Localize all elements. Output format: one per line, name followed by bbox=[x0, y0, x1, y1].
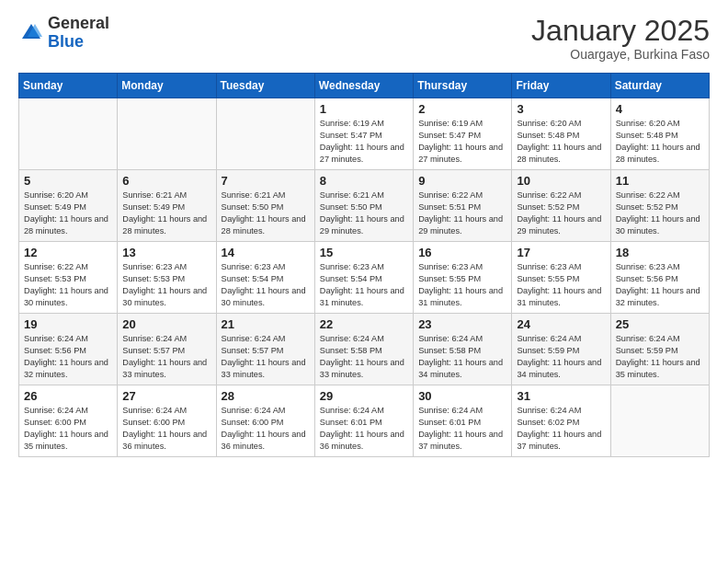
day-info: Sunrise: 6:24 AMSunset: 6:02 PMDaylight:… bbox=[517, 405, 605, 453]
col-thursday: Thursday bbox=[414, 74, 512, 98]
day-cell-w4-d1: 19 Sunrise: 6:24 AMSunset: 5:56 PMDaylig… bbox=[19, 314, 118, 385]
day-number: 25 bbox=[616, 317, 704, 331]
day-number: 12 bbox=[24, 246, 112, 259]
day-cell-w5-d5: 30 Sunrise: 6:24 AMSunset: 6:01 PMDaylig… bbox=[414, 385, 512, 457]
day-cell-w1-d6: 3 Sunrise: 6:20 AMSunset: 5:48 PMDayligh… bbox=[512, 98, 610, 170]
day-number: 10 bbox=[517, 174, 605, 188]
day-cell-w1-d5: 2 Sunrise: 6:19 AMSunset: 5:47 PMDayligh… bbox=[414, 98, 512, 170]
day-cell-w4-d3: 21 Sunrise: 6:24 AMSunset: 5:57 PMDaylig… bbox=[216, 314, 314, 385]
calendar-header-row: Sunday Monday Tuesday Wednesday Thursday… bbox=[19, 74, 710, 98]
day-info: Sunrise: 6:24 AMSunset: 5:59 PMDaylight:… bbox=[517, 333, 605, 381]
day-cell-w5-d2: 27 Sunrise: 6:24 AMSunset: 6:00 PMDaylig… bbox=[118, 385, 216, 457]
day-number: 26 bbox=[24, 389, 112, 403]
day-cell-w1-d7: 4 Sunrise: 6:20 AMSunset: 5:48 PMDayligh… bbox=[610, 98, 709, 170]
day-info: Sunrise: 6:21 AMSunset: 5:49 PMDaylight:… bbox=[122, 190, 210, 237]
day-number: 1 bbox=[320, 102, 408, 116]
day-cell-w3-d2: 13 Sunrise: 6:23 AMSunset: 5:53 PMDaylig… bbox=[118, 242, 216, 314]
col-wednesday: Wednesday bbox=[314, 74, 413, 98]
day-cell-w4-d7: 25 Sunrise: 6:24 AMSunset: 5:59 PMDaylig… bbox=[610, 314, 709, 385]
day-info: Sunrise: 6:21 AMSunset: 5:50 PMDaylight:… bbox=[320, 190, 408, 237]
day-info: Sunrise: 6:24 AMSunset: 6:00 PMDaylight:… bbox=[222, 405, 310, 453]
title-block: January 2025 Ouargaye, Burkina Faso bbox=[531, 15, 710, 62]
day-cell-w5-d7 bbox=[610, 385, 709, 457]
day-number: 29 bbox=[320, 389, 408, 403]
day-number: 22 bbox=[320, 317, 408, 331]
col-monday: Monday bbox=[118, 74, 216, 98]
logo: General Blue bbox=[18, 15, 109, 52]
logo-icon bbox=[18, 20, 44, 46]
day-number: 18 bbox=[616, 246, 704, 259]
day-number: 3 bbox=[517, 102, 605, 116]
day-info: Sunrise: 6:22 AMSunset: 5:52 PMDaylight:… bbox=[517, 190, 605, 237]
day-cell-w3-d3: 14 Sunrise: 6:23 AMSunset: 5:54 PMDaylig… bbox=[216, 242, 314, 314]
day-cell-w2-d2: 6 Sunrise: 6:21 AMSunset: 5:49 PMDayligh… bbox=[118, 170, 216, 242]
day-cell-w4-d5: 23 Sunrise: 6:24 AMSunset: 5:58 PMDaylig… bbox=[414, 314, 512, 385]
day-cell-w4-d4: 22 Sunrise: 6:24 AMSunset: 5:58 PMDaylig… bbox=[314, 314, 413, 385]
col-friday: Friday bbox=[512, 74, 610, 98]
day-number: 5 bbox=[24, 174, 112, 188]
day-info: Sunrise: 6:20 AMSunset: 5:48 PMDaylight:… bbox=[517, 118, 605, 166]
day-cell-w3-d7: 18 Sunrise: 6:23 AMSunset: 5:56 PMDaylig… bbox=[610, 242, 709, 314]
col-saturday: Saturday bbox=[610, 74, 709, 98]
logo-general: General bbox=[48, 14, 109, 32]
day-number: 15 bbox=[320, 246, 408, 259]
day-number: 7 bbox=[222, 174, 310, 188]
week-row-2: 5 Sunrise: 6:20 AMSunset: 5:49 PMDayligh… bbox=[19, 170, 710, 242]
day-info: Sunrise: 6:22 AMSunset: 5:51 PMDaylight:… bbox=[418, 190, 506, 237]
day-number: 9 bbox=[418, 174, 506, 188]
day-number: 27 bbox=[122, 389, 210, 403]
day-number: 21 bbox=[222, 317, 310, 331]
week-row-1: 1 Sunrise: 6:19 AMSunset: 5:47 PMDayligh… bbox=[19, 98, 710, 170]
calendar-table: Sunday Monday Tuesday Wednesday Thursday… bbox=[18, 73, 710, 457]
day-info: Sunrise: 6:21 AMSunset: 5:50 PMDaylight:… bbox=[222, 190, 310, 237]
day-number: 8 bbox=[320, 174, 408, 188]
day-cell-w3-d6: 17 Sunrise: 6:23 AMSunset: 5:55 PMDaylig… bbox=[512, 242, 610, 314]
day-info: Sunrise: 6:24 AMSunset: 6:01 PMDaylight:… bbox=[418, 405, 506, 453]
day-info: Sunrise: 6:19 AMSunset: 5:47 PMDaylight:… bbox=[418, 118, 506, 166]
day-info: Sunrise: 6:24 AMSunset: 6:01 PMDaylight:… bbox=[320, 405, 408, 453]
day-number: 23 bbox=[418, 317, 506, 331]
month-title: January 2025 bbox=[531, 15, 710, 47]
week-row-4: 19 Sunrise: 6:24 AMSunset: 5:56 PMDaylig… bbox=[19, 314, 710, 385]
day-number: 11 bbox=[616, 174, 704, 188]
day-info: Sunrise: 6:24 AMSunset: 5:58 PMDaylight:… bbox=[320, 333, 408, 381]
col-sunday: Sunday bbox=[19, 74, 118, 98]
day-cell-w2-d5: 9 Sunrise: 6:22 AMSunset: 5:51 PMDayligh… bbox=[414, 170, 512, 242]
day-number: 31 bbox=[517, 389, 605, 403]
day-cell-w5-d3: 28 Sunrise: 6:24 AMSunset: 6:00 PMDaylig… bbox=[216, 385, 314, 457]
day-number: 4 bbox=[616, 102, 704, 116]
day-cell-w1-d4: 1 Sunrise: 6:19 AMSunset: 5:47 PMDayligh… bbox=[314, 98, 413, 170]
day-cell-w1-d3 bbox=[216, 98, 314, 170]
day-info: Sunrise: 6:22 AMSunset: 5:53 PMDaylight:… bbox=[24, 261, 112, 309]
day-number: 30 bbox=[418, 389, 506, 403]
day-number: 2 bbox=[418, 102, 506, 116]
day-cell-w5-d4: 29 Sunrise: 6:24 AMSunset: 6:01 PMDaylig… bbox=[314, 385, 413, 457]
day-info: Sunrise: 6:23 AMSunset: 5:54 PMDaylight:… bbox=[320, 261, 408, 309]
day-info: Sunrise: 6:20 AMSunset: 5:48 PMDaylight:… bbox=[616, 118, 704, 166]
day-info: Sunrise: 6:19 AMSunset: 5:47 PMDaylight:… bbox=[320, 118, 408, 166]
day-cell-w3-d4: 15 Sunrise: 6:23 AMSunset: 5:54 PMDaylig… bbox=[314, 242, 413, 314]
day-number: 20 bbox=[122, 317, 210, 331]
day-info: Sunrise: 6:24 AMSunset: 5:57 PMDaylight:… bbox=[122, 333, 210, 381]
day-cell-w3-d5: 16 Sunrise: 6:23 AMSunset: 5:55 PMDaylig… bbox=[414, 242, 512, 314]
day-cell-w1-d1 bbox=[19, 98, 118, 170]
page: General Blue January 2025 Ouargaye, Burk… bbox=[0, 0, 728, 563]
day-info: Sunrise: 6:24 AMSunset: 5:57 PMDaylight:… bbox=[222, 333, 310, 381]
day-cell-w2-d6: 10 Sunrise: 6:22 AMSunset: 5:52 PMDaylig… bbox=[512, 170, 610, 242]
day-info: Sunrise: 6:23 AMSunset: 5:55 PMDaylight:… bbox=[517, 261, 605, 309]
day-number: 17 bbox=[517, 246, 605, 259]
day-cell-w3-d1: 12 Sunrise: 6:22 AMSunset: 5:53 PMDaylig… bbox=[19, 242, 118, 314]
day-cell-w5-d6: 31 Sunrise: 6:24 AMSunset: 6:02 PMDaylig… bbox=[512, 385, 610, 457]
day-cell-w4-d6: 24 Sunrise: 6:24 AMSunset: 5:59 PMDaylig… bbox=[512, 314, 610, 385]
day-number: 28 bbox=[222, 389, 310, 403]
day-cell-w2-d1: 5 Sunrise: 6:20 AMSunset: 5:49 PMDayligh… bbox=[19, 170, 118, 242]
day-cell-w2-d4: 8 Sunrise: 6:21 AMSunset: 5:50 PMDayligh… bbox=[314, 170, 413, 242]
day-info: Sunrise: 6:24 AMSunset: 6:00 PMDaylight:… bbox=[24, 405, 112, 453]
day-number: 13 bbox=[122, 246, 210, 259]
day-info: Sunrise: 6:23 AMSunset: 5:54 PMDaylight:… bbox=[222, 261, 310, 309]
day-number: 19 bbox=[24, 317, 112, 331]
day-info: Sunrise: 6:24 AMSunset: 6:00 PMDaylight:… bbox=[122, 405, 210, 453]
header: General Blue January 2025 Ouargaye, Burk… bbox=[18, 15, 710, 62]
day-info: Sunrise: 6:23 AMSunset: 5:56 PMDaylight:… bbox=[616, 261, 704, 309]
day-number: 14 bbox=[222, 246, 310, 259]
